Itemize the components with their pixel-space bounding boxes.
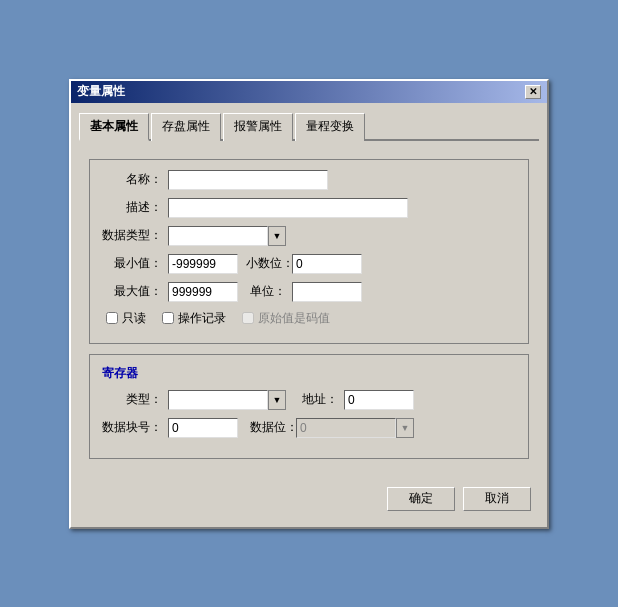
min-row: 最小值： 小数位： [102, 254, 516, 274]
unit-input[interactable] [292, 282, 362, 302]
cancel-button[interactable]: 取消 [463, 487, 531, 511]
oplog-label: 操作记录 [178, 310, 226, 327]
basic-properties-section: 名称： 描述： 数据类型： ▼ 最小值： [89, 159, 529, 344]
block-input[interactable] [168, 418, 238, 438]
tab-basic[interactable]: 基本属性 [79, 113, 149, 141]
address-input[interactable] [344, 390, 414, 410]
address-label: 地址： [298, 391, 338, 408]
decimal-input[interactable] [292, 254, 362, 274]
register-type-row: 类型： ▼ 地址： [102, 390, 516, 410]
register-type-label: 类型： [102, 391, 162, 408]
readonly-item: 只读 [106, 310, 146, 327]
desc-row: 描述： [102, 198, 516, 218]
main-window: 变量属性 ✕ 基本属性 存盘属性 报警属性 量程变换 名称： 描述： 数据类型 [69, 79, 549, 529]
register-title: 寄存器 [102, 365, 516, 382]
content-area: 名称： 描述： 数据类型： ▼ 最小值： [79, 149, 539, 479]
readonly-checkbox[interactable] [106, 312, 118, 324]
oplog-item: 操作记录 [162, 310, 226, 327]
button-row: 确定 取消 [79, 479, 539, 519]
min-label: 最小值： [102, 255, 162, 272]
register-type-combo[interactable]: ▼ [168, 390, 286, 410]
window-body: 基本属性 存盘属性 报警属性 量程变换 名称： 描述： 数据类型： [71, 103, 547, 527]
original-label: 原始值是码值 [258, 310, 330, 327]
min-input[interactable] [168, 254, 238, 274]
block-row: 数据块号： 数据位： ▼ [102, 418, 516, 438]
tab-range[interactable]: 量程变换 [295, 113, 365, 141]
checkbox-row: 只读 操作记录 原始值是码值 [102, 310, 516, 327]
window-title: 变量属性 [77, 83, 125, 100]
register-section: 寄存器 类型： ▼ 地址： 数据块号： 数据位： [89, 354, 529, 459]
unit-label: 单位： [246, 283, 286, 300]
datatype-label: 数据类型： [102, 227, 162, 244]
name-input[interactable] [168, 170, 328, 190]
datatype-arrow[interactable]: ▼ [268, 226, 286, 246]
desc-label: 描述： [102, 199, 162, 216]
databit-label: 数据位： [250, 419, 290, 436]
max-input[interactable] [168, 282, 238, 302]
register-type-arrow[interactable]: ▼ [268, 390, 286, 410]
register-type-input[interactable] [168, 390, 268, 410]
datatype-input[interactable] [168, 226, 268, 246]
datatype-combo[interactable]: ▼ [168, 226, 286, 246]
title-bar: 变量属性 ✕ [71, 81, 547, 103]
ok-button[interactable]: 确定 [387, 487, 455, 511]
block-label: 数据块号： [102, 419, 162, 436]
original-checkbox [242, 312, 254, 324]
databit-arrow[interactable]: ▼ [396, 418, 414, 438]
max-label: 最大值： [102, 283, 162, 300]
tab-bar: 基本属性 存盘属性 报警属性 量程变换 [79, 111, 539, 141]
original-item: 原始值是码值 [242, 310, 330, 327]
tab-alarm[interactable]: 报警属性 [223, 113, 293, 141]
datatype-row: 数据类型： ▼ [102, 226, 516, 246]
name-row: 名称： [102, 170, 516, 190]
decimal-label: 小数位： [246, 255, 286, 272]
desc-input[interactable] [168, 198, 408, 218]
readonly-label: 只读 [122, 310, 146, 327]
name-label: 名称： [102, 171, 162, 188]
databit-input [296, 418, 396, 438]
max-row: 最大值： 单位： [102, 282, 516, 302]
oplog-checkbox[interactable] [162, 312, 174, 324]
close-button[interactable]: ✕ [525, 85, 541, 99]
tab-storage[interactable]: 存盘属性 [151, 113, 221, 141]
databit-combo[interactable]: ▼ [296, 418, 414, 438]
